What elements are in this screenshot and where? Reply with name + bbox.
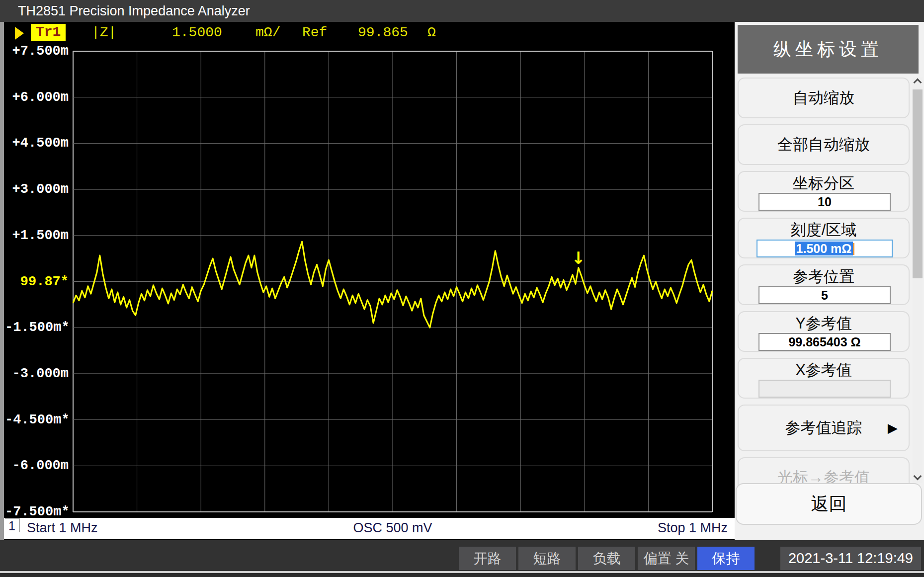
- sweep-status-strip: 1 Start 1 MHz OSC 500 mV Stop 1 MHz: [4, 518, 735, 539]
- load-correction-button[interactable]: 负载: [578, 547, 635, 570]
- y-axis-label: +6.000m: [5, 90, 69, 105]
- y-axis-label: -4.500m*: [5, 412, 69, 427]
- x-ref-value-button[interactable]: X参考值: [738, 358, 910, 399]
- window-title: TH2851 Precision Impedance Analyzer: [18, 3, 250, 18]
- chart-region: Tr1 |Z| 1.5000 mΩ/ Ref 99.865 Ω ↓ +7.500…: [4, 22, 735, 540]
- y-axis-label: -1.500m*: [5, 320, 69, 335]
- vertical-axis-settings-panel: 纵坐标设置 自动缩放 全部自动缩放 坐标分区 10 刻度/区域 1.500 mΩ…: [735, 22, 924, 540]
- hold-button[interactable]: 保持: [697, 547, 755, 570]
- panel-header: 纵坐标设置: [738, 25, 919, 74]
- short-correction-button[interactable]: 短路: [518, 547, 576, 570]
- y-axis-label: +3.000m: [5, 182, 69, 197]
- plot-area: ↓: [4, 22, 735, 540]
- y-axis-label: +1.500m: [5, 228, 69, 243]
- divisions-button[interactable]: 坐标分区 10: [738, 171, 910, 212]
- auto-scale-label: 自动缩放: [739, 87, 909, 108]
- datetime-display: 2021-3-11 12:19:49: [780, 547, 921, 570]
- channel-number-box: 1: [5, 518, 20, 532]
- scale-per-div-input[interactable]: 1.500 mΩ: [756, 240, 893, 257]
- app-window: TH2851 Precision Impedance Analyzer Tr1 …: [0, 0, 924, 577]
- ref-position-input[interactable]: 5: [758, 286, 891, 304]
- y-ref-value-input[interactable]: 99.865403 Ω: [758, 333, 891, 351]
- y-axis-label: +7.500m: [5, 44, 69, 59]
- ref-value-track-button[interactable]: 参考值追踪 ▶: [738, 405, 910, 451]
- auto-scale-button[interactable]: 自动缩放: [738, 78, 910, 118]
- y-axis-label: -7.500m*: [5, 504, 69, 519]
- sweep-start-label: Start 1 MHz: [27, 520, 98, 536]
- x-ref-value-label: X参考值: [739, 360, 909, 381]
- scale-per-div-button[interactable]: 刻度/区域 1.500 mΩ: [738, 218, 910, 258]
- selected-input-text: 1.500 mΩ: [795, 242, 853, 255]
- window-bottom-frame: [0, 573, 924, 577]
- y-axis-label: -6.000m: [5, 458, 69, 473]
- scroll-down-icon[interactable]: [914, 472, 922, 481]
- y-axis-label: +4.500m: [5, 136, 69, 151]
- open-correction-button[interactable]: 开路: [459, 547, 516, 570]
- auto-scale-all-label: 全部自动缩放: [739, 134, 909, 155]
- trace-marker-icon[interactable]: ↓: [572, 248, 586, 268]
- text-caret: [853, 243, 854, 255]
- bias-off-button[interactable]: 偏置 关: [638, 547, 695, 570]
- osc-level-label: OSC 500 mV: [353, 520, 432, 536]
- bottom-status-bar: 开路 短路 负载 偏置 关 保持 2021-3-11 12:19:49: [0, 540, 924, 571]
- sweep-stop-label: Stop 1 MHz: [658, 520, 728, 536]
- back-button[interactable]: 返回: [736, 483, 922, 525]
- back-button-label: 返回: [811, 492, 847, 516]
- scroll-up-icon[interactable]: [914, 79, 922, 87]
- ref-position-button[interactable]: 参考位置 5: [738, 264, 910, 305]
- scale-per-div-label: 刻度/区域: [739, 220, 909, 241]
- y-axis-label: -3.000m: [5, 366, 69, 381]
- y-axis-label: 99.87*: [5, 274, 69, 289]
- divisions-label: 坐标分区: [739, 173, 909, 194]
- x-ref-value-input: [758, 380, 891, 398]
- ref-position-label: 参考位置: [739, 266, 909, 287]
- y-ref-value-button[interactable]: Y参考值 99.865403 Ω: [738, 311, 910, 352]
- scrollbar-thumb[interactable]: [913, 89, 923, 278]
- divisions-input[interactable]: 10: [758, 193, 891, 211]
- ref-value-track-label: 参考值追踪: [739, 417, 909, 438]
- y-ref-value-label: Y参考值: [739, 313, 909, 334]
- auto-scale-all-button[interactable]: 全部自动缩放: [738, 124, 910, 165]
- window-title-bar: TH2851 Precision Impedance Analyzer: [0, 0, 924, 22]
- submenu-arrow-icon: ▶: [888, 420, 898, 436]
- panel-scrollbar[interactable]: [913, 78, 923, 483]
